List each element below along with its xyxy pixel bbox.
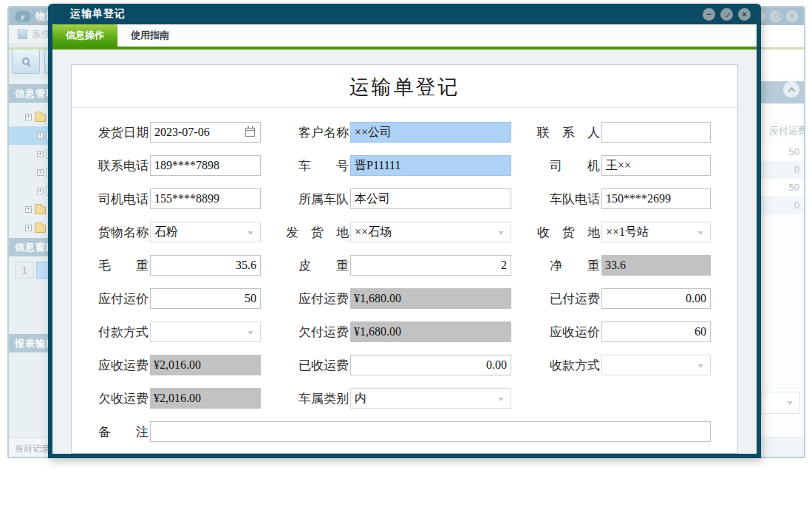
field-label-contact-person: 联 系 人 xyxy=(511,124,601,141)
transport-order-dialog: 运输单登记 − ↔ × 信息操作 使用指南 运输单登记 发货日期2023-07-… xyxy=(48,4,761,458)
tab-user-guide[interactable]: 使用指南 xyxy=(117,24,182,47)
right-panel: 应付运费 500500 xyxy=(758,78,804,437)
screen: y 物流综 − × 系统 信息管理 +业+++++维+油 信息窗口 1 报 xyxy=(0,0,812,521)
table-row: 50 xyxy=(759,179,804,197)
dialog-content: 运输单登记 发货日期2023-07-06客户名称××公司联 系 人联系电话189… xyxy=(52,50,757,454)
fleet-phone-input[interactable]: 150****2699 xyxy=(601,188,711,209)
column-header[interactable]: 应付运费 xyxy=(759,124,804,142)
right-panel-rows: 500500 xyxy=(759,143,804,214)
collapse-button[interactable] xyxy=(783,81,799,98)
tab-info-operations[interactable]: 信息操作 xyxy=(52,24,117,47)
field-label-driver: 司 机 xyxy=(511,157,601,174)
expand-icon[interactable]: + xyxy=(37,151,44,157)
field-label-receipt-method: 收款方式 xyxy=(511,357,601,374)
field-label-payable-freight: 应付运费 xyxy=(261,290,350,307)
contact-person-input[interactable] xyxy=(601,122,711,143)
folder-icon xyxy=(35,114,46,122)
payable-price-input[interactable]: 50 xyxy=(150,288,261,309)
field-label-cargo-name: 货物名称 xyxy=(88,224,150,241)
cargo-name-select[interactable]: 石粉 xyxy=(150,222,261,242)
expand-icon[interactable]: + xyxy=(37,188,44,194)
field-label-vehicle-category: 车属类别 xyxy=(261,390,350,407)
driver-phone-input[interactable]: 155****8899 xyxy=(150,188,261,209)
dialog-minimize-button[interactable]: − xyxy=(703,8,715,21)
customer-name-input[interactable]: ××公司 xyxy=(350,122,511,143)
app-logo-icon: y xyxy=(15,11,31,22)
table-row: 0 xyxy=(759,161,804,179)
driver-input[interactable]: 王×× xyxy=(601,155,711,176)
selected-value: ××石场 xyxy=(355,225,392,238)
field-label-origin: 发 货 地 xyxy=(261,224,350,241)
dropdown-arrow-icon xyxy=(248,331,253,335)
field-label-receivable-freight: 应收运费 xyxy=(88,357,150,374)
folder-icon xyxy=(35,206,46,214)
field-label-destination: 收 货 地 xyxy=(511,224,601,241)
restore-icon xyxy=(774,14,779,19)
paid-freight-input[interactable]: 0.00 xyxy=(601,288,711,309)
ship-date-input[interactable]: 2023-07-06 xyxy=(150,122,261,143)
field-label-net-weight: 净 重 xyxy=(511,257,601,274)
tare-weight-input[interactable]: 2 xyxy=(350,255,511,276)
dialog-close-button[interactable]: × xyxy=(738,8,751,21)
info-window-tab-1[interactable]: 1 xyxy=(15,262,34,279)
dialog-body: 信息操作 使用指南 运输单登记 发货日期2023-07-06客户名称××公司联 … xyxy=(52,24,757,454)
dialog-maximize-button[interactable]: ↔ xyxy=(720,8,733,21)
dropdown-arrow-icon xyxy=(498,398,504,401)
dropdown-arrow-icon xyxy=(498,231,504,235)
app-restore-button[interactable] xyxy=(770,10,782,22)
field-label-unreceived-freight: 欠收运费 xyxy=(88,390,150,407)
contact-phone-input[interactable]: 189****7898 xyxy=(150,155,261,176)
unpaid-freight-value: ¥1,680.00 xyxy=(350,321,511,342)
system-menu-checkbox-icon xyxy=(18,30,27,39)
expand-icon[interactable]: + xyxy=(25,206,32,213)
expand-icon[interactable]: + xyxy=(25,114,32,120)
field-label-received-freight: 已收运费 xyxy=(261,357,350,374)
unreceived-freight-value: ¥2,016.00 xyxy=(150,388,261,409)
dropdown-arrow-icon xyxy=(697,231,703,235)
calendar-icon[interactable] xyxy=(245,128,255,137)
field-label-payable-price: 应付运价 xyxy=(88,290,150,307)
form-title: 运输单登记 xyxy=(72,65,737,108)
tab-bar: 信息操作 使用指南 xyxy=(52,24,757,47)
table-row: 0 xyxy=(759,197,804,214)
payment-method-select[interactable] xyxy=(150,321,261,342)
field-label-paid-freight: 已付运费 xyxy=(511,290,601,307)
selected-value: 石粉 xyxy=(154,225,178,238)
dialog-title: 运输单登记 xyxy=(70,7,126,21)
field-label-contact-phone: 联系电话 xyxy=(88,157,150,174)
expand-icon[interactable]: + xyxy=(37,169,44,176)
expand-icon[interactable]: + xyxy=(25,225,32,231)
dropdown-arrow-icon xyxy=(697,364,703,368)
expand-icon[interactable]: + xyxy=(37,132,44,139)
field-label-unpaid-freight: 欠付运费 xyxy=(261,324,350,341)
folder-icon xyxy=(35,225,46,233)
destination-select[interactable]: ××1号站 xyxy=(601,222,711,242)
origin-select[interactable]: ××石场 xyxy=(350,222,511,242)
field-label-truck-number: 车 号 xyxy=(261,157,350,174)
receipt-method-select[interactable] xyxy=(601,355,711,375)
fleet-input[interactable]: 本公司 xyxy=(350,188,511,209)
selected-value: 内 xyxy=(355,392,366,404)
date-value: 2023-07-06 xyxy=(154,123,210,142)
field-label-remarks: 备 注 xyxy=(88,423,150,440)
table-row: 50 xyxy=(759,143,804,161)
background-dropdown[interactable] xyxy=(761,392,800,414)
remarks-input[interactable] xyxy=(150,421,711,442)
search-button[interactable] xyxy=(12,49,40,74)
field-label-ship-date: 发货日期 xyxy=(88,124,150,141)
chevron-up-icon xyxy=(788,86,795,94)
gross-weight-input[interactable]: 35.6 xyxy=(150,255,261,276)
app-close-button[interactable]: × xyxy=(786,10,798,22)
receivable-price-input[interactable]: 60 xyxy=(601,321,711,342)
field-label-fleet-phone: 车队电话 xyxy=(511,191,601,208)
form-panel: 运输单登记 发货日期2023-07-06客户名称××公司联 系 人联系电话189… xyxy=(71,64,738,454)
received-freight-input[interactable]: 0.00 xyxy=(350,355,511,375)
dialog-controls: − ↔ × xyxy=(703,8,751,21)
vehicle-category-select[interactable]: 内 xyxy=(350,388,511,409)
field-label-fleet: 所属车队 xyxy=(261,191,350,208)
field-label-customer-name: 客户名称 xyxy=(261,124,350,141)
receivable-freight-value: ¥2,016.00 xyxy=(150,355,261,375)
dropdown-arrow-icon xyxy=(248,231,253,235)
field-label-tare-weight: 皮 重 xyxy=(261,257,350,274)
truck-number-input[interactable]: 晋P11111 xyxy=(350,155,511,176)
